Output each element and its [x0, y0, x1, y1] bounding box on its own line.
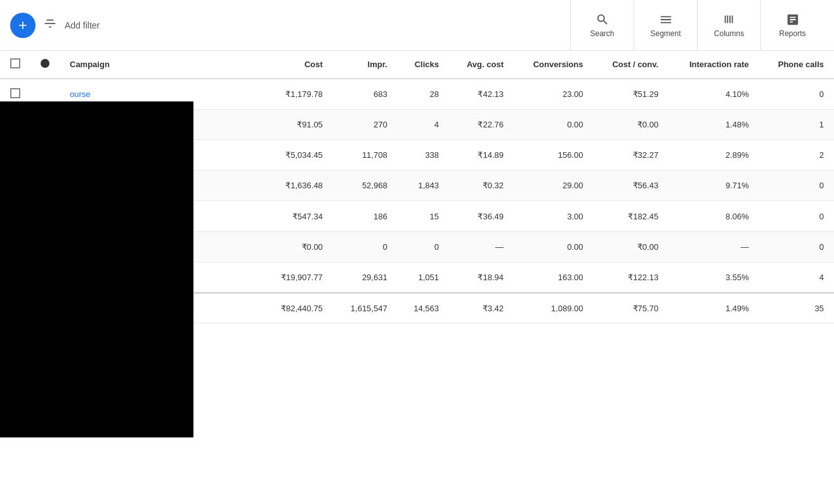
columns-label: Columns: [714, 29, 744, 38]
footer-cost-conv: ₹75.70: [593, 293, 668, 323]
row-cost: ₹1,636.48: [263, 171, 333, 201]
header-phone-calls[interactable]: Phone calls: [759, 51, 834, 79]
row-clicks: 1,843: [398, 171, 449, 201]
row-interaction-rate: 2.89%: [668, 140, 759, 171]
footer-avg-cost: ₹3.42: [449, 293, 514, 323]
toolbar: Add filter Search Segment Columns Report…: [0, 0, 834, 51]
header-conversions[interactable]: Conversions: [514, 51, 593, 79]
row-impr: 186: [333, 201, 398, 232]
footer-interaction-rate: 1.49%: [668, 293, 759, 323]
table-container: Campaign Cost Impr. Clicks Avg. cost Con…: [0, 51, 834, 504]
footer-phone-calls: 35: [759, 293, 834, 323]
columns-action[interactable]: Columns: [697, 0, 760, 51]
search-action[interactable]: Search: [570, 0, 634, 51]
row-cost-conv: ₹0.00: [593, 110, 668, 140]
row-cost-conv: ₹122.13: [593, 262, 668, 294]
row-avg-cost: ₹36.49: [449, 201, 514, 232]
row-cost-conv: ₹32.27: [593, 140, 668, 171]
row-impr: 683: [333, 79, 398, 110]
row-impr: 270: [333, 110, 398, 140]
row-cost: ₹19,907.77: [263, 262, 333, 294]
redacted-overlay: [0, 101, 193, 437]
row-conversions: 0.00: [514, 232, 593, 262]
segment-label: Segment: [650, 29, 681, 38]
filter-icon[interactable]: [43, 17, 57, 33]
row-phone-calls: 0: [759, 171, 834, 201]
row-checkbox[interactable]: [10, 88, 20, 98]
row-phone-calls: 1: [759, 110, 834, 140]
row-conversions: 29.00: [514, 171, 593, 201]
row-conversions: 23.00: [514, 79, 593, 110]
row-clicks: 15: [398, 201, 449, 232]
dot-icon: [41, 59, 49, 68]
row-avg-cost: ₹0.32: [449, 171, 514, 201]
header-cost[interactable]: Cost: [263, 51, 333, 79]
row-interaction-rate: 4.10%: [668, 79, 759, 110]
table-header-row: Campaign Cost Impr. Clicks Avg. cost Con…: [0, 51, 834, 79]
row-clicks: 28: [398, 79, 449, 110]
header-dot: [30, 51, 60, 79]
row-phone-calls: 0: [759, 79, 834, 110]
checkbox-icon[interactable]: [10, 58, 20, 68]
row-phone-calls: 0: [759, 232, 834, 262]
footer-conversions: 1,089.00: [514, 293, 593, 323]
row-cost-conv: ₹56.43: [593, 171, 668, 201]
add-button[interactable]: [10, 13, 36, 38]
row-avg-cost: ₹18.94: [449, 262, 514, 294]
row-avg-cost: ₹22.76: [449, 110, 514, 140]
reports-action[interactable]: Reports: [760, 0, 824, 51]
row-impr: 29,631: [333, 262, 398, 294]
row-interaction-rate: 9.71%: [668, 171, 759, 201]
row-interaction-rate: 3.55%: [668, 262, 759, 294]
header-campaign[interactable]: Campaign: [60, 51, 263, 79]
row-clicks: 338: [398, 140, 449, 171]
row-impr: 0: [333, 232, 398, 262]
row-phone-calls: 2: [759, 140, 834, 171]
row-clicks: 1,051: [398, 262, 449, 294]
campaign-name[interactable]: ourse: [70, 89, 91, 99]
footer-impr: 1,615,547: [333, 293, 398, 323]
row-avg-cost: ₹42.13: [449, 79, 514, 110]
row-interaction-rate: —: [668, 232, 759, 262]
row-clicks: 4: [398, 110, 449, 140]
search-label: Search: [590, 29, 614, 38]
row-phone-calls: 4: [759, 262, 834, 294]
row-interaction-rate: 8.06%: [668, 201, 759, 232]
header-cost-conv[interactable]: Cost / conv.: [593, 51, 668, 79]
row-conversions: 163.00: [514, 262, 593, 294]
row-cost-conv: ₹0.00: [593, 232, 668, 262]
row-conversions: 156.00: [514, 140, 593, 171]
reports-label: Reports: [779, 29, 805, 38]
row-cost: ₹547.34: [263, 201, 333, 232]
segment-action[interactable]: Segment: [634, 0, 697, 51]
row-clicks: 0: [398, 232, 449, 262]
row-phone-calls: 0: [759, 201, 834, 232]
row-cost-conv: ₹51.29: [593, 79, 668, 110]
footer-cost: ₹82,440.75: [263, 293, 333, 323]
row-conversions: 3.00: [514, 201, 593, 232]
row-cost: ₹1,179.78: [263, 79, 333, 110]
add-filter-label[interactable]: Add filter: [65, 20, 100, 30]
header-impr[interactable]: Impr.: [333, 51, 398, 79]
row-cost: ₹5,034.45: [263, 140, 333, 171]
row-cost: ₹0.00: [263, 232, 333, 262]
row-interaction-rate: 1.48%: [668, 110, 759, 140]
row-impr: 52,968: [333, 171, 398, 201]
footer-clicks: 14,563: [398, 293, 449, 323]
row-conversions: 0.00: [514, 110, 593, 140]
toolbar-actions: Search Segment Columns Reports: [570, 0, 824, 51]
row-impr: 11,708: [333, 140, 398, 171]
row-avg-cost: —: [449, 232, 514, 262]
row-cost: ₹91.05: [263, 110, 333, 140]
header-interaction-rate[interactable]: Interaction rate: [668, 51, 759, 79]
row-avg-cost: ₹14.89: [449, 140, 514, 171]
header-checkbox[interactable]: [0, 51, 30, 79]
header-clicks[interactable]: Clicks: [398, 51, 449, 79]
row-cost-conv: ₹182.45: [593, 201, 668, 232]
header-avg-cost[interactable]: Avg. cost: [449, 51, 514, 79]
